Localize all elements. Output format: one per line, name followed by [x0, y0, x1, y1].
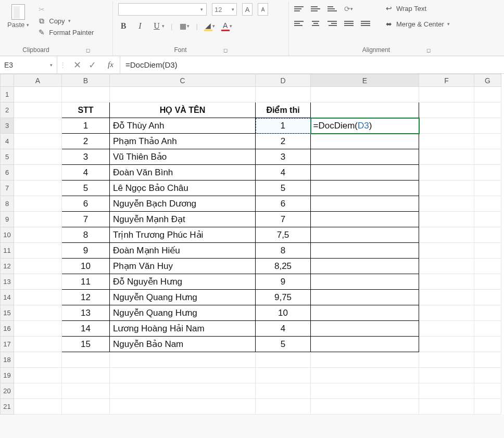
cell[interactable]: [474, 259, 501, 274]
cell[interactable]: 4: [62, 165, 110, 181]
underline-button[interactable]: U ▾: [152, 21, 165, 31]
borders-button[interactable]: ▦ ▾: [179, 22, 190, 30]
cell[interactable]: [311, 181, 419, 196]
row-header[interactable]: 3: [1, 118, 14, 134]
cell[interactable]: =DocDiem(D3): [311, 118, 419, 134]
cell[interactable]: Nguyễn Bảo Nam: [110, 337, 256, 352]
cell[interactable]: 9,75: [256, 290, 311, 305]
orientation-button[interactable]: ⟳ ▾: [344, 5, 353, 13]
row-header[interactable]: 14: [1, 290, 14, 305]
cell[interactable]: 5: [256, 181, 311, 196]
cell[interactable]: 6: [256, 196, 311, 212]
cell[interactable]: Nguyễn Bạch Dương: [110, 196, 256, 212]
cell[interactable]: [311, 399, 419, 415]
cell[interactable]: 8: [62, 227, 110, 243]
row-header[interactable]: 12: [1, 259, 14, 274]
cell[interactable]: Điểm thi: [256, 102, 311, 118]
cut-button[interactable]: ✂: [36, 4, 95, 15]
cell[interactable]: 1: [256, 118, 311, 134]
cell[interactable]: [474, 102, 501, 118]
name-box[interactable]: E3 ▾: [0, 56, 57, 73]
cell[interactable]: 3: [62, 149, 110, 165]
col-header[interactable]: C: [110, 74, 256, 87]
cell[interactable]: [474, 383, 501, 399]
select-all-corner[interactable]: [1, 74, 14, 87]
cell[interactable]: [14, 134, 62, 149]
cell[interactable]: [419, 87, 474, 102]
format-painter-button[interactable]: ✎ Format Painter: [36, 27, 95, 37]
cell[interactable]: [474, 134, 501, 149]
cell[interactable]: [419, 196, 474, 212]
cell[interactable]: [311, 305, 419, 321]
font-color-button[interactable]: A ▾: [221, 21, 232, 31]
decrease-font-button[interactable]: A: [258, 3, 268, 16]
cell[interactable]: [14, 305, 62, 321]
cell[interactable]: 9: [62, 243, 110, 259]
cell[interactable]: [419, 181, 474, 196]
row-header[interactable]: 20: [1, 383, 14, 399]
cell[interactable]: [419, 337, 474, 352]
cell[interactable]: [474, 227, 501, 243]
cell[interactable]: 15: [62, 337, 110, 352]
cell[interactable]: [311, 196, 419, 212]
col-header[interactable]: B: [62, 74, 110, 87]
row-header[interactable]: 5: [1, 149, 14, 165]
cell[interactable]: Nguyễn Quang Hưng: [110, 290, 256, 305]
cell[interactable]: STT: [62, 102, 110, 118]
cell[interactable]: [256, 399, 311, 415]
cell[interactable]: HỌ VÀ TÊN: [110, 102, 256, 118]
row-header[interactable]: 19: [1, 368, 14, 383]
cell[interactable]: 12: [62, 290, 110, 305]
row-header[interactable]: 16: [1, 321, 14, 337]
align-top-button[interactable]: [294, 5, 304, 13]
cell[interactable]: [419, 290, 474, 305]
cell[interactable]: [419, 118, 474, 134]
cell[interactable]: [474, 399, 501, 415]
cell[interactable]: [14, 352, 62, 368]
cell[interactable]: [311, 352, 419, 368]
accept-formula-button[interactable]: ✓: [89, 59, 96, 71]
cell[interactable]: [311, 383, 419, 399]
italic-button[interactable]: I: [135, 21, 145, 31]
cell[interactable]: 11: [62, 274, 110, 290]
cell[interactable]: [311, 149, 419, 165]
increase-font-button[interactable]: A: [242, 3, 253, 16]
cell[interactable]: [62, 87, 110, 102]
row-header[interactable]: 9: [1, 212, 14, 227]
cell[interactable]: 5: [256, 337, 311, 352]
bold-button[interactable]: B: [118, 21, 129, 31]
cell[interactable]: [474, 87, 501, 102]
col-header[interactable]: A: [14, 74, 62, 87]
row-header[interactable]: 4: [1, 134, 14, 149]
cell[interactable]: 6: [62, 196, 110, 212]
row-header[interactable]: 11: [1, 243, 14, 259]
cell[interactable]: [311, 87, 419, 102]
cell[interactable]: 3: [256, 149, 311, 165]
font-name-select[interactable]: ▾: [118, 3, 207, 16]
cell[interactable]: 2: [256, 134, 311, 149]
cell[interactable]: [256, 352, 311, 368]
cell[interactable]: [14, 399, 62, 415]
cell[interactable]: [311, 227, 419, 243]
cell[interactable]: [474, 274, 501, 290]
cell[interactable]: [14, 227, 62, 243]
cell[interactable]: [419, 305, 474, 321]
cell[interactable]: [474, 337, 501, 352]
cell[interactable]: [62, 383, 110, 399]
cell[interactable]: 5: [62, 181, 110, 196]
cell[interactable]: [419, 212, 474, 227]
cell[interactable]: [419, 321, 474, 337]
cell[interactable]: 4: [256, 165, 311, 181]
increase-indent-button[interactable]: [361, 19, 370, 28]
align-center-button[interactable]: [311, 19, 320, 28]
cell[interactable]: [14, 290, 62, 305]
cell[interactable]: Đỗ Thùy Anh: [110, 118, 256, 134]
cell[interactable]: 4: [256, 321, 311, 337]
cell[interactable]: [311, 102, 419, 118]
cell[interactable]: [419, 259, 474, 274]
cell[interactable]: [311, 290, 419, 305]
cell[interactable]: [14, 212, 62, 227]
cell[interactable]: [311, 368, 419, 383]
cell[interactable]: [14, 274, 62, 290]
cell[interactable]: [311, 259, 419, 274]
